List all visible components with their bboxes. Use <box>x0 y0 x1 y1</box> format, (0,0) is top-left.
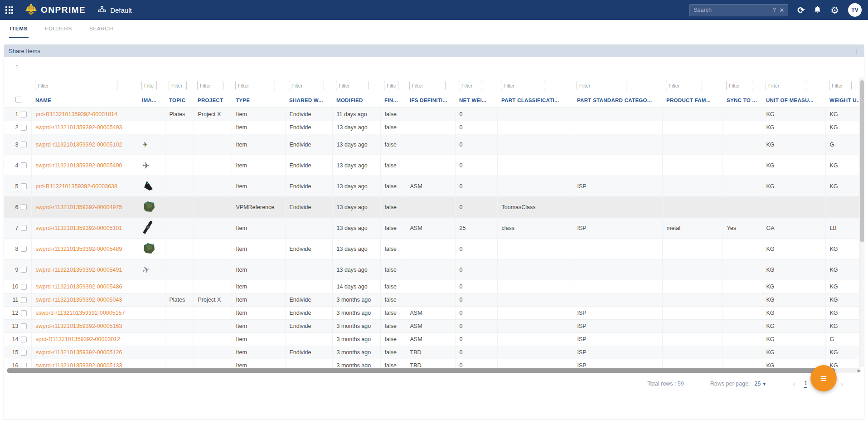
rows-per-page-select[interactable]: 25 ▼ <box>754 381 766 387</box>
filter-input-project[interactable] <box>197 81 223 90</box>
item-thumbnail[interactable] <box>142 242 156 254</box>
filter-input-unit_of_measure[interactable] <box>766 81 807 90</box>
filter-input-name[interactable] <box>35 81 117 90</box>
filter-input-ifs_definition[interactable] <box>409 81 446 90</box>
row-checkbox[interactable] <box>21 297 27 303</box>
item-thumbnail[interactable] <box>142 221 153 234</box>
filter-input-part_classification[interactable] <box>501 81 545 90</box>
column-header-sync_to[interactable]: SYNC TO ... <box>723 93 762 108</box>
row-checkbox[interactable] <box>21 125 27 131</box>
row-checkbox[interactable] <box>21 310 27 316</box>
column-header-type[interactable]: TYPE <box>232 93 285 108</box>
cell-unit_of_measure: KG <box>762 108 825 121</box>
item-name-link[interactable]: swprd-r1132101359392-00005126 <box>36 349 122 356</box>
item-thumbnail[interactable] <box>142 180 154 191</box>
item-name-link[interactable]: swprd-r1132101359392-00005491 <box>36 267 122 273</box>
user-avatar[interactable]: TV <box>848 3 862 17</box>
tab-items[interactable]: ITEMS <box>9 20 29 38</box>
filter-input-weight_unit[interactable] <box>829 81 852 90</box>
column-header-thumb[interactable]: IMA... <box>138 93 165 108</box>
refresh-icon[interactable]: ⟳ <box>797 6 805 15</box>
row-checkbox[interactable] <box>21 323 27 329</box>
settings-gear-icon[interactable]: ⚙ <box>830 5 839 15</box>
column-header-finalized[interactable]: FIN... <box>380 93 406 108</box>
item-name-link[interactable]: swprd-r1132101359392-00005493 <box>36 124 122 131</box>
row-checkbox[interactable] <box>21 246 27 252</box>
item-thumbnail[interactable]: ✈ <box>142 264 150 275</box>
column-header-ifs_definition[interactable]: IFS DEFINITI... <box>406 93 455 108</box>
column-header-product_family[interactable]: PRODUCT FAM... <box>662 93 723 108</box>
search-help-icon[interactable]: ? <box>773 7 776 13</box>
filter-input-modified[interactable] <box>336 81 369 90</box>
workspace-switcher[interactable]: Default <box>97 5 132 15</box>
next-page-icon[interactable]: › <box>841 380 843 388</box>
item-name-link[interactable]: swprd-r1132101359392-00005133 <box>36 362 122 367</box>
row-checkbox[interactable] <box>21 112 27 117</box>
row-checkbox[interactable] <box>21 204 27 210</box>
filter-input-shared_with[interactable] <box>289 81 324 90</box>
row-checkbox[interactable] <box>21 183 27 189</box>
select-all-checkbox[interactable] <box>15 97 21 103</box>
item-name-link[interactable]: swprd-r1132101359392-00005102 <box>36 142 122 148</box>
filter-input-product_family[interactable] <box>666 81 702 90</box>
cell-modified: 11 days ago <box>332 108 380 121</box>
horizontal-scrollbar[interactable]: ▶ <box>7 368 861 373</box>
column-header-shared_with[interactable]: SHARED W... <box>285 93 332 108</box>
actions-fab-button[interactable]: ≡ <box>810 365 837 391</box>
column-header-part_classification[interactable]: PART CLASSIFICATI... <box>497 93 573 108</box>
filter-input-type[interactable] <box>235 81 275 90</box>
item-name-link[interactable]: swprd-r1132101359392-00005101 <box>36 225 122 231</box>
filter-input-finalized[interactable] <box>384 81 398 90</box>
column-header-unit_of_measure[interactable]: UNIT OF MEASU... <box>762 93 825 108</box>
column-header-topic[interactable]: TOPIC <box>165 93 194 108</box>
column-header-part_standard_category[interactable]: PART STANDARD CATEGO... <box>573 93 662 108</box>
app-grid-icon[interactable] <box>5 6 13 14</box>
row-checkbox[interactable] <box>21 162 27 168</box>
row-checkbox[interactable] <box>21 267 27 273</box>
filter-input-sync_to[interactable] <box>726 81 753 90</box>
notifications-bell-icon[interactable] <box>814 5 821 15</box>
column-header-net_weight[interactable]: NET WEI... <box>455 93 497 108</box>
row-checkbox[interactable] <box>21 350 27 356</box>
cell-finalized: false <box>380 333 406 346</box>
item-name-link[interactable]: swprd-r1132101359392-00005486 <box>36 283 122 290</box>
tab-search[interactable]: SEARCH <box>88 20 114 38</box>
item-thumbnail[interactable] <box>142 200 156 213</box>
prev-page-icon[interactable]: ‹ <box>793 380 795 388</box>
cell-part_classification: ToomasClass <box>497 197 573 218</box>
item-name-link[interactable]: prd-R1132101359392-00003638 <box>36 183 117 190</box>
column-header-project[interactable]: PROJECT <box>194 93 232 108</box>
panel-menu-icon[interactable]: ⋮ <box>853 48 859 54</box>
item-name-link[interactable]: sswprd-r1132101359392-00005157 <box>36 310 125 316</box>
item-thumbnail[interactable]: ✈ <box>142 141 148 149</box>
item-name-link[interactable]: swprd-r1132101359392-00005043 <box>36 297 122 303</box>
column-header-modified[interactable]: MODIFIED <box>332 93 380 108</box>
item-name-link[interactable]: prd-R1132101359392-00001814 <box>36 111 117 117</box>
brand-logo[interactable]: ONPRIME <box>25 4 86 17</box>
vertical-scrollbar[interactable] <box>859 78 864 367</box>
search-clear-icon[interactable]: ✕ <box>779 7 784 14</box>
item-name-link[interactable]: swprd-r1132101359392-00005489 <box>36 246 122 252</box>
row-checkbox[interactable] <box>21 363 27 367</box>
item-name-link[interactable]: swprd-r1132101359392-00005163 <box>36 323 122 329</box>
item-name-link[interactable]: swprd-r1132101359392-00005490 <box>36 162 122 169</box>
item-name-link[interactable]: sprd-R1132101359392-00003012 <box>36 336 121 342</box>
row-checkbox[interactable] <box>21 225 27 231</box>
search-input[interactable] <box>693 7 772 13</box>
filter-input-net_weight[interactable] <box>459 81 482 90</box>
page-1[interactable]: 1 <box>804 380 807 388</box>
column-header-weight_unit[interactable]: WEIGHT U... <box>825 93 864 108</box>
filter-input-thumb[interactable] <box>141 81 157 90</box>
item-thumbnail[interactable]: ✈ <box>142 160 150 171</box>
tab-folders[interactable]: FOLDERS <box>44 20 73 38</box>
row-checkbox[interactable] <box>21 142 27 147</box>
row-checkbox[interactable] <box>21 284 27 290</box>
cell-unit_of_measure: KG <box>762 307 825 320</box>
filter-input-part_standard_category[interactable] <box>577 81 627 90</box>
scroll-top-icon[interactable]: ↑ <box>15 63 19 72</box>
row-checkbox[interactable] <box>21 337 27 342</box>
column-header-name[interactable]: NAME <box>31 93 138 108</box>
cell-unit_of_measure: KG <box>762 259 825 280</box>
item-name-link[interactable]: swprd-r1132101359392-00004975 <box>36 204 122 210</box>
filter-input-topic[interactable] <box>169 81 187 90</box>
